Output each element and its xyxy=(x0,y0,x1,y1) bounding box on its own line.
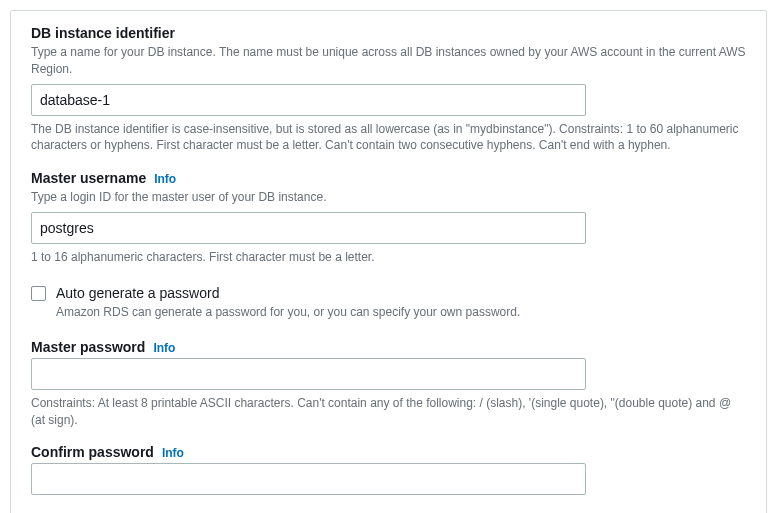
db-identifier-label-row: DB instance identifier xyxy=(31,25,746,41)
master-username-label: Master username xyxy=(31,170,146,186)
db-identifier-input[interactable] xyxy=(31,84,586,116)
master-username-label-row: Master username Info xyxy=(31,170,746,186)
master-password-hint: Constraints: At least 8 printable ASCII … xyxy=(31,395,746,429)
db-identifier-block: DB instance identifier Type a name for y… xyxy=(31,25,746,154)
master-username-input[interactable] xyxy=(31,212,586,244)
confirm-password-block: Confirm password Info xyxy=(31,444,746,495)
confirm-password-label-row: Confirm password Info xyxy=(31,444,746,460)
master-password-label-row: Master password Info xyxy=(31,339,746,355)
master-password-input[interactable] xyxy=(31,358,586,390)
master-username-description: Type a login ID for the master user of y… xyxy=(31,189,746,206)
db-identifier-hint: The DB instance identifier is case-insen… xyxy=(31,121,746,155)
master-password-info-link[interactable]: Info xyxy=(153,341,175,355)
master-username-hint: 1 to 16 alphanumeric characters. First c… xyxy=(31,249,746,266)
db-identifier-label: DB instance identifier xyxy=(31,25,175,41)
auto-generate-description: Amazon RDS can generate a password for y… xyxy=(56,304,520,321)
db-identifier-description: Type a name for your DB instance. The na… xyxy=(31,44,746,78)
auto-generate-text-col: Auto generate a password Amazon RDS can … xyxy=(56,284,520,321)
confirm-password-info-link[interactable]: Info xyxy=(162,446,184,460)
master-username-block: Master username Info Type a login ID for… xyxy=(31,170,746,266)
confirm-password-input[interactable] xyxy=(31,463,586,495)
master-password-label: Master password xyxy=(31,339,145,355)
master-password-block: Master password Info Constraints: At lea… xyxy=(31,339,746,429)
settings-panel: DB instance identifier Type a name for y… xyxy=(10,10,767,513)
master-username-info-link[interactable]: Info xyxy=(154,172,176,186)
auto-generate-row: Auto generate a password Amazon RDS can … xyxy=(31,284,746,321)
auto-generate-label: Auto generate a password xyxy=(56,284,520,302)
auto-generate-checkbox[interactable] xyxy=(31,286,46,301)
confirm-password-label: Confirm password xyxy=(31,444,154,460)
